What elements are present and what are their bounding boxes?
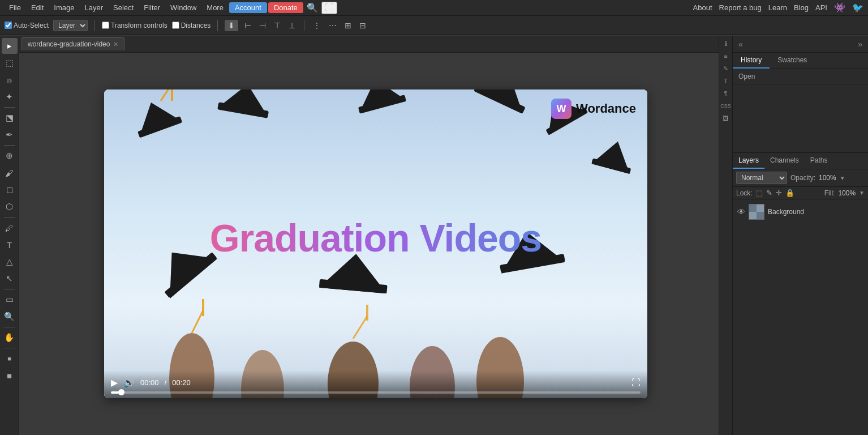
tab-swatches[interactable]: Swatches [770,53,815,69]
css-icon[interactable]: CSS [720,100,732,112]
current-time: 00:00 [140,378,159,387]
tool-sep-2 [4,145,15,146]
menu-filter[interactable]: Filter [139,2,165,13]
tool-fill[interactable]: ⬡ [2,199,18,215]
tool-pen[interactable]: 🖊 [2,220,18,236]
distances-checkbox[interactable]: Distances [172,22,211,29]
tool-lasso[interactable]: ⌾ [2,72,18,88]
align-center-h-button[interactable]: ⊣ [257,20,268,31]
tool-magic-wand[interactable]: ✦ [2,89,18,105]
play-button[interactable]: ▶ [111,377,118,388]
tool-rect-shape[interactable]: ▭ [2,292,18,308]
lock-transparent-icon[interactable]: ⬚ [756,189,763,197]
image-icon[interactable]: 🖼 [720,113,732,124]
align-left-button[interactable]: ⊢ [243,20,253,31]
tool-selection[interactable]: ▸ [2,38,18,54]
opacity-label: Opacity: [790,174,815,182]
tool-text[interactable]: T [2,237,18,253]
tool-shape[interactable]: △ [2,254,18,270]
lock-artboard-icon[interactable]: 🔒 [785,189,794,197]
about-link[interactable]: About [693,3,712,12]
tool-sep-3 [4,217,15,218]
properties-icon[interactable]: ≡ [720,50,732,62]
align-right-button[interactable]: ⊤ [272,20,282,31]
tool-fg-bg-colors[interactable]: ■ [2,351,18,366]
grid-button[interactable]: ⊟ [358,20,368,31]
menu-select[interactable]: Select [109,2,138,13]
fullscreen-button[interactable]: ⛶ [321,2,337,14]
tab-paths[interactable]: Paths [805,153,833,169]
fill-arrow-icon[interactable]: ▼ [859,190,865,196]
tool-sep-1 [4,107,15,108]
opacity-arrow-icon[interactable]: ▼ [840,175,845,181]
auto-select-input[interactable] [5,22,12,29]
paragraph-icon[interactable]: ¶ [720,88,732,99]
menu-file[interactable]: File [5,2,25,13]
menu-more[interactable]: More [202,2,228,13]
mute-button[interactable]: 🔊 [123,377,135,388]
tab-channels[interactable]: Channels [764,153,805,169]
info-icon[interactable]: ℹ [720,38,732,49]
layer-visibility-eye[interactable]: 👁 [737,207,745,216]
tool-hand[interactable]: ✋ [2,330,18,346]
blend-mode-select[interactable]: Normal [736,172,787,184]
collapse-panel-icon[interactable]: « [737,39,744,50]
svg-rect-28 [202,299,204,316]
type-icon[interactable]: T [720,75,732,87]
donate-button[interactable]: Donate [268,2,303,13]
video-fullscreen-button[interactable]: ⛶ [631,378,641,388]
search-button[interactable]: 🔍 [304,2,320,13]
tool-crop[interactable]: ⬔ [2,110,18,126]
layers-lock-row: Lock: ⬚ ✎ ✛ 🔒 Fill: 100% ▼ [733,187,868,199]
wordance-name: Wordance [576,101,636,116]
align-bottom-button[interactable]: ⊥ [287,20,297,31]
video-controls: ▶ 🔊 00:00 / 00:20 ⛶ [104,370,647,398]
menu-window[interactable]: Window [166,2,201,13]
lock-pixels-icon[interactable]: ✎ [766,189,772,197]
transform-controls-input[interactable] [102,22,109,29]
tab-wordance-video[interactable]: wordance-graduation-video ✕ [22,37,124,50]
tool-mask[interactable]: ◼ [2,368,18,383]
layer-select[interactable]: Layer [53,20,88,31]
tool-brush[interactable]: 🖌 [2,165,18,181]
twitter-icon[interactable]: 🐦 [852,2,863,13]
menu-edit[interactable]: Edit [27,2,48,13]
tool-path-select[interactable]: ↖ [2,271,18,287]
report-bug-link[interactable]: Report a bug [719,3,762,12]
tool-spot-heal[interactable]: ⊕ [2,148,18,164]
tool-sep-5 [4,327,15,327]
appearance-icon[interactable]: ✎ [720,63,732,74]
tool-eraser[interactable]: ◻ [2,182,18,198]
lock-position-icon[interactable]: ✛ [776,189,782,197]
download-button[interactable]: ⬇ [225,20,238,31]
tab-history[interactable]: History [733,53,770,69]
tool-marquee[interactable]: ⬚ [2,55,18,71]
menu-image[interactable]: Image [49,2,79,13]
distribute-gap-button[interactable]: ⊞ [343,20,353,31]
distribute-v-button[interactable]: ⋯ [327,20,338,31]
transform-controls-checkbox[interactable]: Transform controls [102,22,167,29]
distribute-h-button[interactable]: ⋮ [311,20,323,31]
progress-bar[interactable] [111,391,641,394]
learn-link[interactable]: Learn [768,3,787,12]
svg-rect-33 [757,212,764,219]
reddit-icon[interactable]: 👾 [834,2,845,13]
tool-sep-6 [4,348,15,348]
wordance-icon: W [551,99,571,119]
layer-item-background[interactable]: 👁 Background [733,202,868,222]
video-inner: Graduation Videos W Wordance ▶ 🔊 00:00 / [104,89,647,398]
tab-layers[interactable]: Layers [733,153,764,169]
history-open-item[interactable]: Open [738,72,755,80]
tool-zoom[interactable]: 🔍 [2,309,18,325]
tool-eyedropper[interactable]: ✒ [2,127,18,143]
expand-panel-icon[interactable]: » [857,39,863,50]
blog-link[interactable]: Blog [794,3,809,12]
layer-thumbnail [749,204,764,220]
tab-close-button[interactable]: ✕ [113,41,118,48]
menu-layer[interactable]: Layer [80,2,108,13]
api-link[interactable]: API [815,3,827,12]
account-button[interactable]: Account [229,2,267,13]
svg-line-29 [353,316,367,339]
distances-input[interactable] [172,22,179,29]
auto-select-checkbox[interactable]: Auto-Select [5,22,49,29]
